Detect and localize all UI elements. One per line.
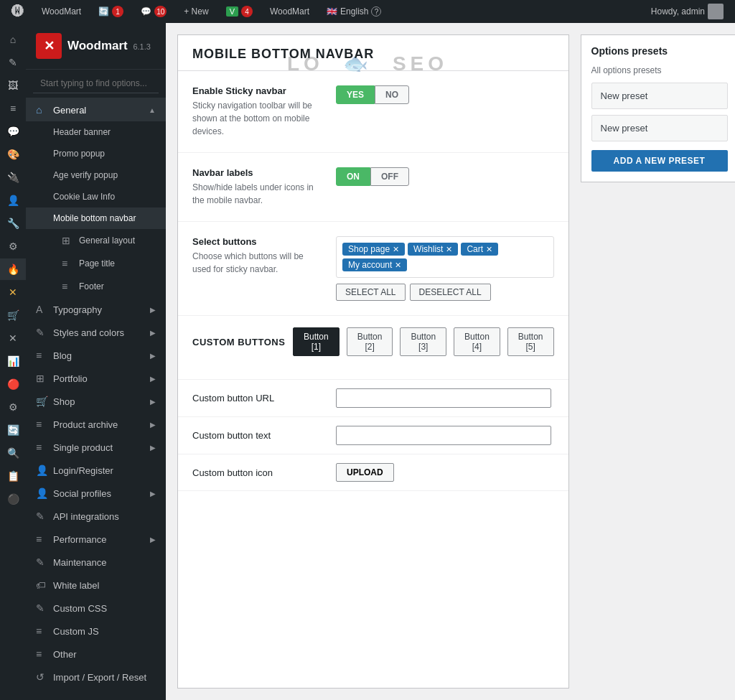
preset-item-1[interactable]: New preset [591, 83, 728, 109]
sidebar-item-age-verify[interactable]: Age verify popup [26, 164, 166, 186]
sidebar-item-import-export[interactable]: ↺ Import / Export / Reset [26, 666, 166, 689]
sidebar-item-single-product[interactable]: ≡ Single product ▶ [26, 436, 166, 459]
sidebar-item-white-label[interactable]: 🏷 White label [26, 574, 166, 597]
wp-sidebar-comments[interactable]: 💬 [0, 121, 26, 142]
navbar-labels-off-btn[interactable]: OFF [370, 167, 409, 186]
sidebar-item-label: Page title [79, 258, 115, 269]
wp-sidebar-appearance[interactable]: 🎨 [0, 144, 26, 165]
wp-sidebar-users[interactable]: 👤 [0, 190, 26, 211]
comments-bar[interactable]: 💬 10 [136, 0, 171, 23]
sidebar-item-mobile-navbar[interactable]: Mobile bottom navbar [26, 207, 166, 229]
sidebar-item-product-archive[interactable]: ≡ Product archive ▶ [26, 413, 166, 436]
woodmart-bar[interactable]: WoodMart [266, 0, 314, 23]
wp-sidebar-wc[interactable]: 🛒 [0, 304, 26, 326]
sticky-navbar-desc: Sticky navigation toolbar will be shown … [192, 99, 322, 138]
lang-bar[interactable]: 🇬🇧 English ? [322, 0, 385, 23]
wp-sidebar-extra1[interactable]: ✕ [0, 281, 26, 303]
sidebar-item-blog[interactable]: ≡ Blog ▶ [26, 344, 166, 367]
wp-sidebar-extra5[interactable]: 🔄 [0, 419, 26, 441]
sidebar-item-label: Footer [79, 281, 104, 291]
navbar-labels-on-btn[interactable]: ON [336, 167, 370, 186]
sidebar-item-maintenance[interactable]: ✎ Maintenance [26, 551, 166, 574]
tab-button-2[interactable]: Button [2] [347, 327, 393, 356]
sidebar-item-performance[interactable]: ≡ Performance ▶ [26, 528, 166, 551]
tag-cart[interactable]: Cart ✕ [461, 243, 498, 256]
sidebar-brand: Woodmart [67, 39, 128, 52]
js-icon: ≡ [36, 625, 47, 637]
sidebar-search-input[interactable] [33, 74, 159, 93]
sidebar-item-label: Mobile bottom navbar [53, 213, 136, 223]
sidebar-item-general[interactable]: ⌂ General ▲ [26, 98, 166, 121]
wp-sidebar-extra7[interactable]: 📋 [0, 465, 26, 487]
tag-wishlist-remove[interactable]: ✕ [446, 245, 452, 254]
tab-button-5[interactable]: Button [5] [507, 327, 554, 356]
wp-icon: 🅦 [11, 4, 24, 19]
sidebar-item-typography[interactable]: A Typography ▶ [26, 298, 166, 321]
sidebar-item-general-layout[interactable]: ⊞ General layout [26, 229, 166, 252]
sticky-navbar-yes-btn[interactable]: YES [336, 85, 375, 104]
upload-button[interactable]: UPLOAD [336, 463, 394, 482]
sidebar-item-other[interactable]: ≡ Other [26, 643, 166, 666]
preset-item-2[interactable]: New preset [591, 115, 728, 141]
tag-wishlist[interactable]: Wishlist ✕ [408, 243, 458, 256]
tag-cart-remove[interactable]: ✕ [486, 245, 492, 254]
sidebar-item-shop[interactable]: 🛒 Shop ▶ [26, 390, 166, 413]
sidebar-item-custom-css[interactable]: ✎ Custom CSS [26, 597, 166, 620]
sidebar-item-styles-colors[interactable]: ✎ Styles and colors ▶ [26, 321, 166, 344]
wp-sidebar-extra6[interactable]: 🔍 [0, 442, 26, 464]
wp-sidebar-tools[interactable]: 🔧 [0, 213, 26, 234]
wp-sidebar-pages[interactable]: ≡ [0, 98, 26, 119]
wp-sidebar-plugins[interactable]: 🔌 [0, 167, 26, 188]
sidebar-item-promo-popup[interactable]: Promo popup [26, 143, 166, 164]
howdy-bar[interactable]: Howdy, admin [647, 0, 728, 23]
tag-shop-page[interactable]: Shop page ✕ [342, 243, 405, 256]
wp-sidebar-extra3[interactable]: 🔴 [0, 373, 26, 395]
wp-sidebar-dashboard[interactable]: ⌂ [0, 29, 26, 50]
wp-sidebar-settings[interactable]: ⚙ [0, 235, 26, 257]
tags-container: Shop page ✕ Wishlist ✕ Cart ✕ [336, 236, 554, 278]
tab-button-3[interactable]: Button [3] [400, 327, 446, 356]
wp-sidebar-analytics[interactable]: 📊 [0, 350, 26, 372]
list2-icon: ≡ [62, 281, 73, 292]
custom-text-input[interactable] [336, 426, 551, 445]
wp-sidebar-media[interactable]: 🖼 [0, 75, 26, 96]
wp-sidebar-posts[interactable]: ✎ [0, 52, 26, 73]
sticky-navbar-no-btn[interactable]: NO [375, 85, 409, 104]
presets-subtitle: All options presets [591, 65, 728, 75]
wp-sidebar-extra8[interactable]: ⚫ [0, 488, 26, 510]
sidebar-item-custom-js[interactable]: ≡ Custom JS [26, 620, 166, 643]
custom-icon-label: Custom button icon [192, 467, 322, 478]
site-name-bar[interactable]: WoodMart [37, 0, 85, 23]
wp-sidebar-extra4[interactable]: ⚙ [0, 396, 26, 418]
tag-my-account-remove[interactable]: ✕ [395, 261, 401, 270]
custom-buttons-header: CUSTOM BUTTONS Button [1] Button [2] But… [192, 327, 554, 356]
sidebar-item-page-title[interactable]: ≡ Page title [26, 252, 166, 275]
wp-sidebar-extra2[interactable]: ✕ [0, 327, 26, 349]
wp-logo-bar[interactable]: 🅦 [7, 0, 29, 23]
sidebar-item-api-integrations[interactable]: ✎ API integrations [26, 505, 166, 528]
custom-url-input[interactable] [336, 388, 551, 408]
tag-my-account[interactable]: My account ✕ [342, 258, 407, 271]
deselect-all-button[interactable]: DESELECT ALL [410, 284, 491, 301]
select-all-button[interactable]: SELECT ALL [336, 284, 406, 301]
add-new-preset-button[interactable]: ADD A NEW PRESET [591, 150, 728, 172]
field-row-url: Custom button URL [178, 380, 568, 417]
api-icon: ✎ [36, 510, 47, 522]
plugin-bar[interactable]: V 4 [222, 0, 257, 23]
setting-select-buttons: Select buttons Choose which buttons will… [178, 222, 568, 316]
tag-shop-page-remove[interactable]: ✕ [393, 245, 399, 254]
updates-bar[interactable]: 🔄 1 [94, 0, 128, 23]
sidebar-item-label: Product archive [53, 419, 118, 430]
sidebar-item-footer[interactable]: ≡ Footer [26, 275, 166, 298]
presets-title: Options presets [591, 45, 728, 57]
sidebar-item-cookie[interactable]: Cookie Law Info [26, 186, 166, 207]
tab-button-1[interactable]: Button [1] [293, 327, 340, 356]
tab-button-4[interactable]: Button [4] [454, 327, 500, 356]
sidebar-item-header-banner[interactable]: Header banner [26, 121, 166, 143]
sidebar-item-portfolio[interactable]: ⊞ Portfolio ▶ [26, 367, 166, 390]
wp-sidebar-woodmart[interactable]: 🔥 [0, 258, 26, 280]
sidebar-item-social-profiles[interactable]: 👤 Social profiles ▶ [26, 482, 166, 505]
sidebar-item-login-register[interactable]: 👤 Login/Register [26, 459, 166, 482]
new-content-bar[interactable]: + New [179, 0, 212, 23]
import-icon: ↺ [36, 671, 47, 683]
